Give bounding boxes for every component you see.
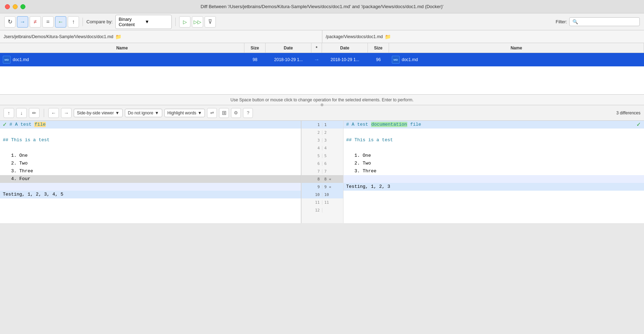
right-check-1: ✓ [637,121,640,129]
left-folder-icon[interactable]: 📁 [115,34,121,40]
file-name-left: MD doc1.md [0,56,244,64]
ln-right-8: 8 « [322,177,343,181]
play-button[interactable]: ▷ [179,16,190,28]
file-row[interactable]: MD doc1.md 98 2018-10-29 1... → 2018-10-… [0,53,644,66]
compare-by-value: Binary Content [119,17,142,27]
center-line-7: 7 7 [302,167,343,175]
center-line-11: 11 11 [302,198,343,206]
refresh-button[interactable]: ↻ [4,16,16,28]
right-line-1-text: # A test documentation file [346,121,421,129]
ln-left-3: 3 [302,138,322,143]
ln-right-2: 2 [322,130,343,135]
diff-right-panel: # A test documentation file ✓ ## This is… [344,121,644,223]
right-code-area[interactable]: # A test documentation file ✓ ## This is… [344,121,644,223]
center-line-3: 3 3 [302,136,343,144]
viewer-label: Side-by-side viewer [77,111,114,115]
show-equal-button[interactable]: = [42,16,54,28]
right-path-text: /package/Views/docs/doc1.md [326,34,383,39]
ln-left-11: 11 [302,200,322,205]
ln-right-10: 10 [322,192,343,197]
header-name-left: Name [0,43,244,53]
fast-forward-button[interactable]: ▷▷ [192,16,203,28]
file-table-header-left: Name Size Date * [0,43,322,53]
file-icon-left: MD [3,56,11,64]
left-line-8: 4. Four [0,175,301,183]
center-line-6: 6 6 [302,160,343,167]
left-line-3-text: ## This is a test [3,136,50,144]
left-line-1-text: # A test file [10,121,46,129]
center-line-8: 8 8 « [302,175,343,183]
ln-right-7: 7 [322,169,343,174]
ignore-label: Do not ignore [128,111,153,115]
file-row-right: 2018-10-29 1... 96 MD doc1.md [322,56,644,64]
separator-2 [175,18,176,26]
arrow-left-button[interactable]: ← [48,108,59,118]
right-line-3-text: ## This is a test [346,136,393,144]
filter-input-container[interactable]: 🔍 [569,17,640,26]
left-line-1: ✓ # A test file [0,121,301,129]
settings-button[interactable]: ⚙ [231,108,241,118]
compare-by-dropdown[interactable]: Binary Content ▼ [115,15,172,29]
arrow-right-button[interactable]: → [61,108,72,118]
show-different-button[interactable]: ≠ [30,16,41,28]
sync-scroll-button[interactable]: ⇌ [207,108,217,118]
differences-count: 3 differences [616,111,641,115]
help-button[interactable]: ? [243,108,253,118]
column-layout-button[interactable]: ⊞ [219,108,229,118]
file-row-left: MD doc1.md 98 2018-10-29 1... → [0,56,322,64]
left-line-5: 1. One [0,152,301,160]
header-date-right: Date [322,43,368,53]
next-change-button[interactable]: ↓ [16,108,27,118]
right-line-11 [344,198,644,206]
center-line-12: 12 [302,206,343,214]
left-line-6: 2. Two [0,160,301,167]
filter-label: Filter: [556,19,567,24]
file-icon-right: MD [392,56,400,64]
filter-button[interactable]: ⊽ [205,16,216,28]
edit-button[interactable]: ✏ [29,108,40,118]
viewer-dropdown[interactable]: Side-by-side viewer ▼ [74,109,123,117]
prev-diff-button[interactable]: ← [55,16,66,28]
status-bar: Use Space button or mouse click to chang… [0,95,644,105]
left-line-11 [0,198,301,206]
ln-left-8: 8 [302,177,322,181]
ln-right-6: 6 [322,161,343,166]
header-name-right: Name [389,43,644,53]
ln-left-7: 7 [302,169,322,174]
status-text: Use Space button or mouse click to chang… [231,97,414,102]
ln-left-9: 9 [302,185,322,189]
left-line-10: Testing, 1, 2, 3, 4, 5 [0,191,301,198]
left-line-4 [0,144,301,152]
path-bar: Jsers/jetbrains/Demos/Kitura-Sample/View… [0,30,644,43]
right-folder-icon[interactable]: 📁 [385,34,391,40]
move-up-button[interactable]: ↑ [68,16,79,28]
file-name-right: MD doc1.md [389,56,644,64]
maximize-button[interactable] [20,4,25,9]
left-code-area[interactable]: ✓ # A test file ## This is a test 1. One… [0,121,301,223]
right-line-4 [344,144,644,152]
close-button[interactable] [5,4,10,9]
left-line-12 [0,206,301,214]
ln-right-9: 9 « [322,185,343,189]
left-path: Jsers/jetbrains/Demos/Kitura-Sample/View… [0,30,322,43]
next-diff-button[interactable]: → [17,16,28,28]
highlight-dropdown[interactable]: Highlight words ▼ [164,109,205,117]
right-line-12 [344,206,644,214]
compare-by-chevron: ▼ [145,19,169,24]
ln-left-2: 2 [302,130,322,135]
ignore-dropdown[interactable]: Do not ignore ▼ [125,109,162,117]
header-size-right: Size [368,43,389,53]
center-line-10: 10 10 [302,191,343,198]
right-line-9: Testing, 1, 2, 3 [344,183,644,191]
right-line-6: 2. Two [344,160,644,167]
center-line-4: 4 4 [302,144,343,152]
diff-toolbar: ↑ ↓ ✏ ← → Side-by-side viewer ▼ Do not i… [0,105,644,121]
prev-change-button[interactable]: ↑ [4,108,14,118]
left-line-7: 3. Three [0,167,301,175]
right-line-6-text: 2. Two [346,160,371,167]
filter-area: Filter: 🔍 [556,17,640,26]
file-size-right: 96 [368,57,389,62]
minimize-button[interactable] [13,4,18,9]
main-toolbar: ↻ → ≠ = ← ↑ Compare by: Binary Content ▼… [0,13,644,30]
right-line-9-text: Testing, 1, 2, 3 [346,183,390,191]
